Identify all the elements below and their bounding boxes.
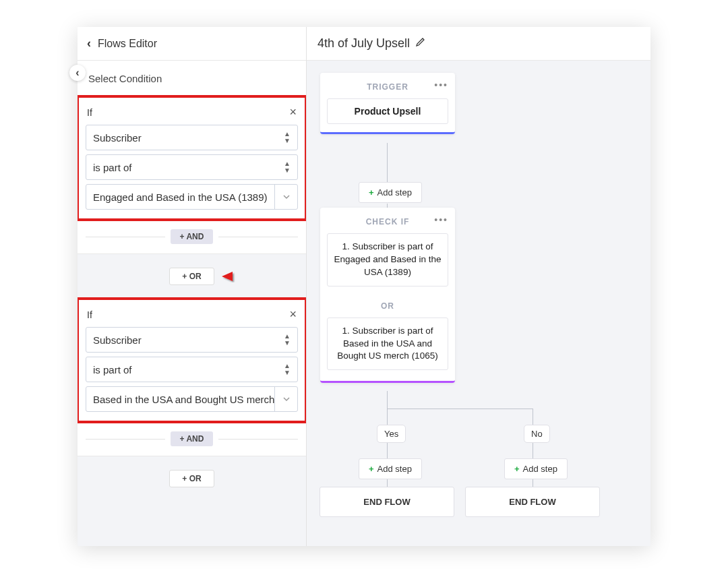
condition-group: If × Subscriber ▲▼ is part of ▲▼ Engaged… <box>78 96 306 220</box>
add-and-button[interactable]: + AND <box>171 431 214 446</box>
add-step-button[interactable]: + Add step <box>359 182 422 203</box>
subject-select[interactable]: Subscriber ▲▼ <box>86 327 298 353</box>
condition-text: 1. Subscriber is part of Engaged and Bas… <box>327 233 448 286</box>
condition-group: If × Subscriber ▲▼ is part of ▲▼ Based i… <box>78 299 306 422</box>
close-icon[interactable]: × <box>289 105 297 119</box>
sort-icon: ▲▼ <box>284 131 291 144</box>
plus-icon: + <box>369 187 374 198</box>
more-icon[interactable]: ••• <box>434 214 448 225</box>
plus-icon: + <box>369 464 374 474</box>
chevron-left-icon: ‹ <box>87 36 91 51</box>
branch-yes: Yes <box>377 425 406 443</box>
panel-heading: Select Condition <box>78 61 306 96</box>
add-or-button[interactable]: + OR <box>169 470 214 487</box>
end-flow-node[interactable]: END FLOW <box>320 487 454 517</box>
add-step-button[interactable]: + Add step <box>504 458 568 479</box>
operator-select[interactable]: is part of ▲▼ <box>86 357 298 382</box>
arrow-icon <box>220 268 268 285</box>
add-and-button[interactable]: + AND <box>171 229 214 244</box>
close-icon[interactable]: × <box>289 307 297 322</box>
sort-icon: ▲▼ <box>284 363 291 376</box>
condition-panel: ‹ Flows Editor Select Condition If × Sub… <box>78 27 307 546</box>
subject-select[interactable]: Subscriber ▲▼ <box>86 125 298 150</box>
operator-select[interactable]: is part of ▲▼ <box>86 154 298 180</box>
checkif-node[interactable]: ••• CHECK IF 1. Subscriber is part of En… <box>320 208 455 383</box>
chevron-down-icon <box>274 185 297 209</box>
flow-canvas[interactable]: ••• TRIGGER Product Upsell + Add step ••… <box>307 61 650 546</box>
pencil-icon[interactable] <box>415 36 426 51</box>
branch-no: No <box>524 425 550 443</box>
more-icon[interactable]: ••• <box>434 80 448 90</box>
end-flow-node[interactable]: END FLOW <box>465 487 600 517</box>
add-or-button[interactable]: + OR <box>169 268 214 285</box>
segment-select[interactable]: Based in the USA and Bought US merch <box>86 386 298 412</box>
chevron-left-icon: ‹ <box>75 67 79 79</box>
flow-title: 4th of July Upsell <box>317 36 410 51</box>
chevron-down-icon <box>274 387 297 411</box>
sort-icon: ▲▼ <box>284 333 291 346</box>
condition-text: 1. Subscriber is part of Based in the US… <box>327 318 448 371</box>
trigger-label: Product Upsell <box>327 98 448 124</box>
plus-icon: + <box>514 464 520 474</box>
if-label: If <box>87 107 92 118</box>
panel-collapse[interactable]: ‹ <box>69 65 86 81</box>
add-step-button[interactable]: + Add step <box>359 458 422 479</box>
if-label: If <box>87 309 92 320</box>
back-button[interactable]: ‹ Flows Editor <box>78 27 306 61</box>
segment-select[interactable]: Engaged and Based in the USA (1389) <box>86 184 298 210</box>
back-label: Flows Editor <box>98 38 157 50</box>
trigger-node[interactable]: ••• TRIGGER Product Upsell <box>320 73 455 134</box>
sort-icon: ▲▼ <box>284 160 291 174</box>
